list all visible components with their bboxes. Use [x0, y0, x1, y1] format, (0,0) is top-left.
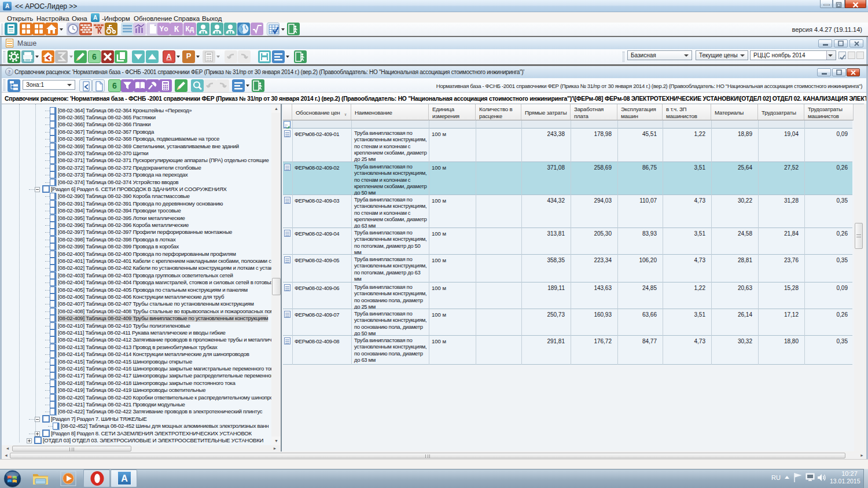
svg-text:К: К [97, 27, 102, 35]
